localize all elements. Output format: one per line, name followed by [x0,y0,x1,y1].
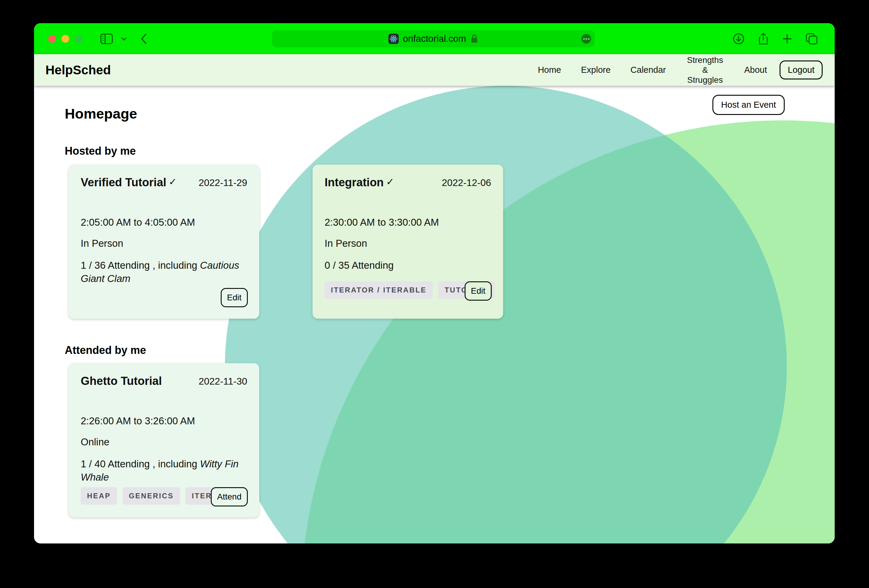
event-location: In Person [81,238,247,249]
event-attendance: 0 / 35 Attending [325,259,491,272]
nav-item-about[interactable]: About [744,65,767,75]
tag-badge: ITERATOR / ITERABLE [325,281,433,299]
new-tab-icon[interactable] [782,34,792,44]
browser-titlebar: onfactorial.com [34,23,835,54]
minimize-window-button[interactable] [61,35,69,43]
event-card-integration: Integration✓ 2022-12-06 2:30:00 AM to 3:… [313,164,503,319]
edit-event-button[interactable]: Edit [465,281,492,301]
event-date: 2022-12-06 [442,176,491,188]
page-menu-icon[interactable] [581,34,591,44]
event-attendance: 1 / 36 Attending , including Cautious Gi… [81,259,247,285]
edit-event-button[interactable]: Edit [221,288,248,307]
section-heading-hosted: Hosted by me [65,145,136,157]
event-attendance: 1 / 40 Attending , including Witty Fin W… [81,458,247,484]
event-date: 2022-11-30 [199,375,247,387]
verified-check-icon: ✓ [169,176,177,187]
event-title: Ghetto Tutorial [81,375,162,387]
attend-event-button[interactable]: Attend [211,487,248,507]
sidebar-toggle-icon[interactable] [100,33,113,44]
address-bar[interactable]: onfactorial.com [272,30,595,47]
zoom-window-button[interactable] [75,35,83,43]
lock-icon [470,34,478,44]
event-date: 2022-11-29 [199,176,247,188]
downloads-icon[interactable] [733,33,744,45]
host-an-event-button[interactable]: Host an Event [712,95,785,115]
tab-overview-icon[interactable] [805,33,818,45]
chevron-down-icon[interactable] [121,37,127,41]
event-title: Verified Tutorial [81,176,166,189]
event-location: Online [81,436,247,448]
event-card-verified-tutorial: Verified Tutorial✓ 2022-11-29 2:05:00 AM… [69,164,259,319]
url-text: onfactorial.com [403,33,466,44]
event-time: 2:30:00 AM to 3:30:00 AM [325,217,491,228]
app-logo: HelpSched [46,63,111,77]
tag-badge: HEAP [81,487,117,505]
site-favicon-react-icon [389,34,399,44]
event-time: 2:26:00 AM to 3:26:00 AM [81,415,247,427]
window-controls [48,35,83,43]
section-heading-attended: Attended by me [65,344,146,357]
event-time: 2:05:00 AM to 4:05:00 AM [81,217,247,228]
nav-links: Home Explore Calendar Strengths & Strugg… [538,55,767,85]
nav-item-strengths-struggles[interactable]: Strengths & Struggles [686,55,724,85]
tag-badge: GENERICS [123,487,180,505]
verified-check-icon: ✓ [386,176,394,187]
close-window-button[interactable] [48,35,56,43]
back-icon[interactable] [140,33,148,45]
event-title: Integration [325,176,384,189]
event-card-ghetto-tutorial: Ghetto Tutorial 2022-11-30 2:26:00 AM to… [69,363,259,517]
app-navbar: HelpSched Home Explore Calendar Strength… [34,54,835,86]
logout-button[interactable]: Logout [780,61,823,80]
nav-item-explore[interactable]: Explore [581,65,610,75]
browser-window: onfactorial.com [34,23,835,544]
page-content: Homepage Host an Event Hosted by me Veri… [34,86,835,544]
page-title: Homepage [65,105,137,122]
nav-item-home[interactable]: Home [538,65,561,75]
event-location: In Person [325,238,491,249]
nav-item-calendar[interactable]: Calendar [630,65,666,75]
share-icon[interactable] [758,33,769,45]
